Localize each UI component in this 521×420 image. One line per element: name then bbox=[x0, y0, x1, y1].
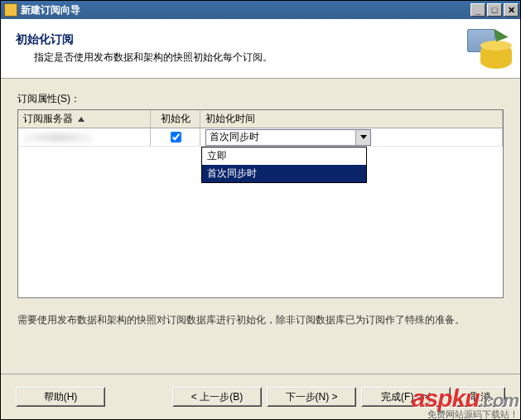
cancel-button[interactable]: 取消 bbox=[456, 387, 505, 407]
init-checkbox[interactable] bbox=[171, 132, 181, 142]
app-icon bbox=[4, 3, 17, 17]
init-time-dropdown: 立即 首次同步时 bbox=[201, 147, 367, 183]
window-title: 新建订阅向导 bbox=[21, 3, 470, 17]
server-name-redacted bbox=[23, 132, 93, 143]
column-header-server-label: 订阅服务器 bbox=[23, 112, 73, 126]
page-title: 初始化订阅 bbox=[16, 32, 273, 47]
finish-button[interactable]: 完成(F) >>| bbox=[361, 387, 451, 407]
maximize-button[interactable]: □ bbox=[487, 3, 502, 17]
page-subtitle: 指定是否使用发布数据和架构的快照初始化每个订阅。 bbox=[16, 51, 273, 65]
wizard-body: 订阅属性(S)： 订阅服务器 初始化 初始化时间 bbox=[1, 79, 520, 374]
column-header-init-label: 初始化 bbox=[161, 112, 191, 126]
cell-init bbox=[151, 128, 200, 147]
sort-ascending-icon bbox=[78, 117, 84, 122]
cell-server bbox=[18, 128, 151, 147]
table-row: 首次同步时 bbox=[18, 128, 503, 147]
subscription-grid: 订阅服务器 初始化 初始化时间 首次同步时 bbox=[17, 109, 504, 298]
subscription-properties-label: 订阅属性(S)： bbox=[17, 92, 504, 106]
init-time-combobox[interactable]: 首次同步时 bbox=[205, 129, 371, 146]
help-button[interactable]: 帮助(H) bbox=[16, 387, 105, 407]
chevron-down-icon bbox=[360, 135, 367, 139]
next-button[interactable]: 下一步(N) > bbox=[267, 387, 356, 407]
combobox-dropdown-button[interactable] bbox=[355, 130, 370, 145]
wizard-header: 初始化订阅 指定是否使用发布数据和架构的快照初始化每个订阅。 bbox=[1, 19, 520, 79]
column-header-server[interactable]: 订阅服务器 bbox=[18, 110, 151, 128]
dropdown-option-immediate[interactable]: 立即 bbox=[202, 147, 366, 165]
hint-text: 需要使用发布数据和架构的快照对订阅数据库进行初始化，除非订阅数据库已为订阅作了特… bbox=[17, 313, 504, 327]
init-time-selected: 首次同步时 bbox=[206, 130, 355, 145]
minimize-button[interactable]: _ bbox=[470, 3, 485, 17]
header-icon bbox=[466, 27, 512, 69]
grid-header-row: 订阅服务器 初始化 初始化时间 bbox=[18, 110, 503, 128]
cell-init-time: 首次同步时 bbox=[200, 128, 503, 147]
watermark-tagline: 免费网站源码下载站！ bbox=[412, 408, 519, 420]
titlebar: 新建订阅向导 _ □ ✕ bbox=[1, 1, 520, 19]
close-button[interactable]: ✕ bbox=[504, 3, 519, 17]
column-header-init-time[interactable]: 初始化时间 bbox=[200, 110, 503, 128]
back-button[interactable]: < 上一步(B) bbox=[172, 387, 262, 407]
window-controls: _ □ ✕ bbox=[470, 3, 519, 17]
dropdown-option-first-sync[interactable]: 首次同步时 bbox=[202, 165, 366, 182]
column-header-init[interactable]: 初始化 bbox=[151, 110, 200, 128]
wizard-footer: 帮助(H) < 上一步(B) 下一步(N) > 完成(F) >>| 取消 asp… bbox=[1, 374, 520, 419]
column-header-init-time-label: 初始化时间 bbox=[205, 112, 255, 126]
